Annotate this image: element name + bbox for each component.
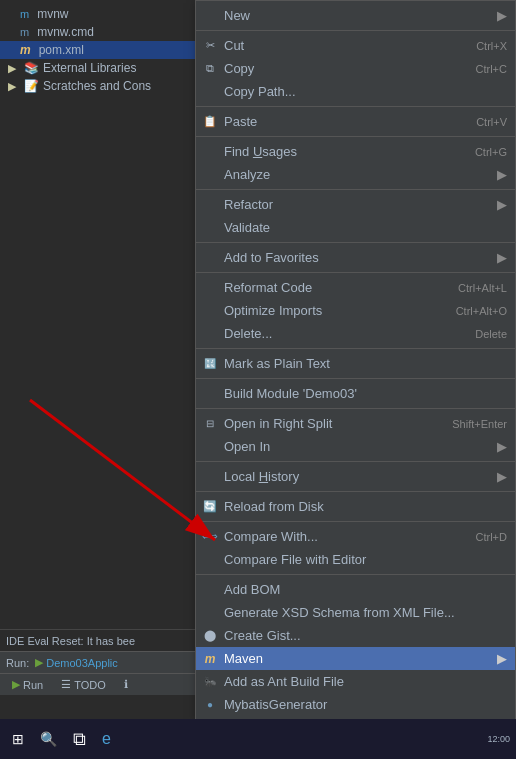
maven-arrow: ▶ xyxy=(497,651,507,666)
info-button[interactable]: ℹ xyxy=(116,676,136,693)
scratches-icon: ▶ xyxy=(8,80,16,93)
menu-label-cut: Cut xyxy=(224,38,244,53)
menu-item-refactor[interactable]: Refactor ▶ xyxy=(196,193,515,216)
file-item-scratches[interactable]: ▶ 📝 Scratches and Cons xyxy=(0,77,195,95)
compare-icon: ⟺ xyxy=(202,529,218,545)
run-app-label: Demo03Applic xyxy=(46,657,118,669)
paste-shortcut: Ctrl+V xyxy=(456,116,507,128)
menu-item-xsd[interactable]: Generate XSD Schema from XML File... xyxy=(196,601,515,624)
task-view-button[interactable]: ⧉ xyxy=(67,725,92,754)
analyze-arrow: ▶ xyxy=(497,167,507,182)
menu-item-mybatis[interactable]: ● MybatisGenerator xyxy=(196,693,515,716)
search-button[interactable]: 🔍 xyxy=(34,727,63,751)
menu-label-open-in: Open In xyxy=(224,439,270,454)
menu-label-validate: Validate xyxy=(224,220,270,235)
refactor-arrow: ▶ xyxy=(497,197,507,212)
separator-10 xyxy=(196,461,515,462)
run-icon: ▶ xyxy=(35,656,43,669)
menu-label-analyze: Analyze xyxy=(224,167,270,182)
reload-icon: 🔄 xyxy=(202,499,218,515)
menu-item-analyze[interactable]: Analyze ▶ xyxy=(196,163,515,186)
todo-button[interactable]: ☰ TODO xyxy=(53,676,114,693)
edge-button[interactable]: e xyxy=(96,726,117,752)
menu-item-find-usages[interactable]: Find Usages Ctrl+G xyxy=(196,140,515,163)
gist-icon: ⬤ xyxy=(202,628,218,644)
menu-item-plain-text[interactable]: 🔣 Mark as Plain Text xyxy=(196,352,515,375)
start-button[interactable]: ⊞ xyxy=(6,727,30,751)
menu-item-favorites[interactable]: Add to Favorites ▶ xyxy=(196,246,515,269)
menu-label-reload: Reload from Disk xyxy=(224,499,324,514)
menu-item-build[interactable]: Build Module 'Demo03' xyxy=(196,382,515,405)
menu-item-delete[interactable]: Delete... Delete xyxy=(196,322,515,345)
menu-item-open-in[interactable]: Open In ▶ xyxy=(196,435,515,458)
taskbar-time: 12:00 xyxy=(487,734,510,744)
find-usages-shortcut: Ctrl+G xyxy=(455,146,507,158)
menu-label-build: Build Module 'Demo03' xyxy=(224,386,357,401)
menu-label-copy-path: Copy Path... xyxy=(224,84,296,99)
menu-item-compare[interactable]: ⟺ Compare With... Ctrl+D xyxy=(196,525,515,548)
submenu-arrow: ▶ xyxy=(497,8,507,23)
todo-icon: ☰ xyxy=(61,678,71,691)
menu-label-compare: Compare With... xyxy=(224,529,318,544)
open-in-arrow: ▶ xyxy=(497,439,507,454)
separator-9 xyxy=(196,408,515,409)
plain-text-icon: 🔣 xyxy=(202,356,218,372)
cut-shortcut: Ctrl+X xyxy=(456,40,507,52)
open-right-shortcut: Shift+Enter xyxy=(432,418,507,430)
menu-item-paste[interactable]: 📋 Paste Ctrl+V xyxy=(196,110,515,133)
menu-item-reformat[interactable]: Reformat Code Ctrl+Alt+L xyxy=(196,276,515,299)
menu-item-copy-path[interactable]: Copy Path... xyxy=(196,80,515,103)
separator-2 xyxy=(196,106,515,107)
file-item-mvnw-cmd[interactable]: m mvnw.cmd xyxy=(0,23,195,41)
menu-item-reload[interactable]: 🔄 Reload from Disk xyxy=(196,495,515,518)
menu-item-ant[interactable]: 🐜 Add as Ant Build File xyxy=(196,670,515,693)
menu-label-xsd: Generate XSD Schema from XML File... xyxy=(224,605,455,620)
file-item-mvnw[interactable]: m mvnw xyxy=(0,5,195,23)
cut-icon: ✂ xyxy=(202,38,218,54)
run-app: ▶ Demo03Applic xyxy=(35,656,118,669)
menu-item-cut[interactable]: ✂ Cut Ctrl+X xyxy=(196,34,515,57)
run-button[interactable]: ▶ Run xyxy=(4,676,51,693)
context-menu: New ▶ ✂ Cut Ctrl+X ⧉ Copy Ctrl+C Copy Pa… xyxy=(195,0,516,720)
separator-8 xyxy=(196,378,515,379)
separator-7 xyxy=(196,348,515,349)
menu-label-local-history: Local History xyxy=(224,469,299,484)
separator-12 xyxy=(196,521,515,522)
menu-item-compare-editor[interactable]: Compare File with Editor xyxy=(196,548,515,571)
copy-shortcut: Ctrl+C xyxy=(456,63,507,75)
menu-item-maven[interactable]: m Maven ▶ xyxy=(196,647,515,670)
file-tree: m mvnw m mvnw.cmd m pom.xml ▶ 📚 External… xyxy=(0,0,195,620)
menu-label-open-right: Open in Right Split xyxy=(224,416,332,431)
menu-label-reformat: Reformat Code xyxy=(224,280,312,295)
menu-label-find-usages: Find Usages xyxy=(224,144,297,159)
run-btn-icon: ▶ xyxy=(12,678,20,691)
menu-label-delete: Delete... xyxy=(224,326,272,341)
menu-item-copy[interactable]: ⧉ Copy Ctrl+C xyxy=(196,57,515,80)
separator-11 xyxy=(196,491,515,492)
menu-item-new[interactable]: New ▶ xyxy=(196,4,515,27)
separator-6 xyxy=(196,272,515,273)
menu-label-optimize: Optimize Imports xyxy=(224,303,322,318)
separator-1 xyxy=(196,30,515,31)
eval-text: IDE Eval Reset: It has bee xyxy=(6,635,135,647)
reformat-shortcut: Ctrl+Alt+L xyxy=(438,282,507,294)
menu-item-open-right[interactable]: ⊟ Open in Right Split Shift+Enter xyxy=(196,412,515,435)
menu-label-mybatis: MybatisGenerator xyxy=(224,697,327,712)
copy-icon: ⧉ xyxy=(202,61,218,77)
separator-5 xyxy=(196,242,515,243)
compare-shortcut: Ctrl+D xyxy=(456,531,507,543)
todo-label: TODO xyxy=(74,679,106,691)
ext-libs-icon: ▶ xyxy=(8,62,16,75)
menu-item-local-history[interactable]: Local History ▶ xyxy=(196,465,515,488)
menu-label-paste: Paste xyxy=(224,114,257,129)
menu-item-add-bom[interactable]: Add BOM xyxy=(196,578,515,601)
file-item-pom[interactable]: m pom.xml xyxy=(0,41,195,59)
file-item-ext-libs[interactable]: ▶ 📚 External Libraries xyxy=(0,59,195,77)
menu-item-validate[interactable]: Validate xyxy=(196,216,515,239)
maven-icon: m xyxy=(202,651,218,667)
menu-item-gist[interactable]: ⬤ Create Gist... xyxy=(196,624,515,647)
run-btn-label: Run xyxy=(23,679,43,691)
menu-item-optimize[interactable]: Optimize Imports Ctrl+Alt+O xyxy=(196,299,515,322)
favorites-arrow: ▶ xyxy=(497,250,507,265)
menu-label-refactor: Refactor xyxy=(224,197,273,212)
